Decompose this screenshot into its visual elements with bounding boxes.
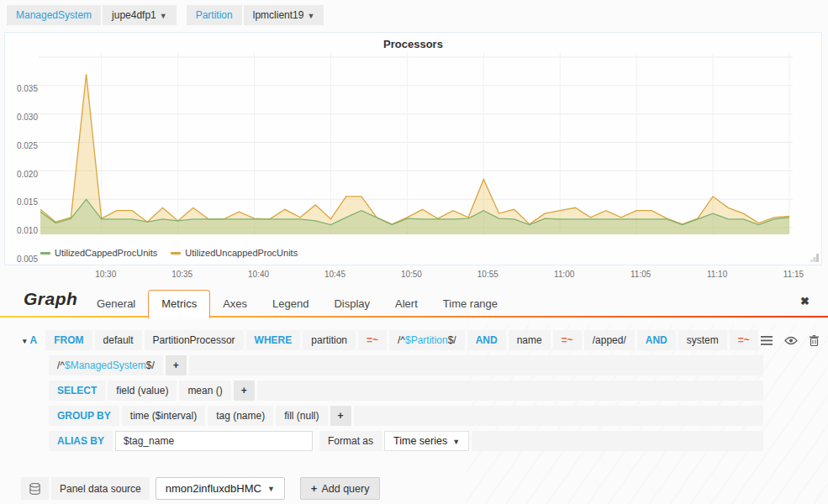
tab-alert[interactable]: Alert	[382, 291, 430, 318]
tab-underline	[0, 316, 828, 318]
query-token[interactable]: field (value)	[108, 381, 177, 401]
query-token[interactable]: partition	[303, 330, 356, 350]
query-token: WHERE	[246, 330, 301, 350]
query-token[interactable]: =~	[553, 330, 582, 350]
query-token: AND	[637, 330, 676, 350]
variable-group-partition: Partitionlpmclient19▼	[187, 5, 324, 25]
query-token: FROM	[45, 330, 92, 350]
tab-general[interactable]: General	[84, 291, 148, 318]
query-editor: ▾AFROMdefaultPartitionProcessorWHEREpart…	[21, 330, 807, 456]
x-axis-tick-label: 11:00	[546, 270, 583, 279]
chevron-down-icon: ▼	[160, 12, 167, 20]
query-collapse-toggle[interactable]: ▾A	[21, 330, 45, 350]
y-axis-tick-label: 0.010	[9, 226, 38, 235]
y-axis-tick-label: 0.030	[9, 113, 38, 122]
x-axis-tick-label: 10:40	[240, 270, 277, 279]
query-token[interactable]: tag (name)	[208, 406, 273, 426]
variable-value-dropdown[interactable]: jupe4dfp1▼	[103, 5, 177, 25]
variable-value-dropdown[interactable]: lpmclient19▼	[244, 5, 324, 25]
tab-display[interactable]: Display	[321, 291, 382, 318]
row-filler	[354, 406, 763, 426]
query-token[interactable]: PartitionProcessor	[145, 330, 244, 350]
trash-icon[interactable]	[810, 335, 819, 346]
query-row-from: ▾AFROMdefaultPartitionProcessorWHEREpart…	[21, 330, 807, 350]
y-axis-tick-label: 0.035	[9, 84, 38, 93]
variable-label: ManagedSystem	[7, 5, 101, 25]
legend-series-name: UtilizedCappedProcUnits	[55, 248, 157, 258]
tab-metrics[interactable]: Metrics	[148, 290, 210, 319]
chevron-down-icon: ▼	[267, 485, 275, 493]
query-token[interactable]: =~	[358, 330, 387, 350]
chart-legend: UtilizedCappedProcUnitsUtilizedUncappedP…	[40, 248, 298, 258]
x-axis-tick-label: 11:05	[622, 270, 659, 279]
panel-type-title: Graph	[24, 289, 77, 309]
alias-by-input[interactable]	[115, 431, 313, 451]
row-filler	[189, 355, 763, 375]
query-footer: Panel data source nmon2influxdbHMC ▼ + A…	[21, 477, 380, 500]
panel-title: Processors	[5, 38, 821, 50]
query-token[interactable]: time ($interval)	[122, 406, 205, 426]
y-axis-tick-label: 0.020	[9, 170, 38, 179]
query-token[interactable]: name	[509, 330, 551, 350]
query-token: ALIAS BY	[49, 431, 113, 451]
query-token[interactable]: fill (null)	[276, 406, 327, 426]
legend-item[interactable]: UtilizedUncappedProcUnits	[171, 248, 298, 258]
query-row-groupby: GROUP BYtime ($interval)tag (name)fill (…	[49, 406, 763, 426]
variable-label: Partition	[187, 5, 242, 25]
template-variable-bar: ManagedSystemjupe4dfp1▼Partitionlpmclien…	[7, 5, 324, 25]
x-axis-tick-label: 10:35	[164, 270, 201, 279]
tab-time-range[interactable]: Time range	[430, 291, 510, 318]
query-row-select: SELECTfield (value)mean ()+	[49, 381, 763, 401]
variable-group-managedsystem: ManagedSystemjupe4dfp1▼	[7, 5, 177, 25]
close-icon[interactable]: ✖	[800, 295, 810, 307]
datasource-select[interactable]: nmon2influxdbHMC ▼	[156, 477, 285, 500]
query-token: SELECT	[49, 381, 105, 401]
legend-series-swatch	[40, 252, 50, 255]
x-axis-tick-label: 10:45	[316, 270, 353, 279]
add-part-button[interactable]: +	[166, 355, 187, 375]
query-row-where-continuation: /^$ManagedSystem$/+	[49, 355, 763, 375]
x-axis-tick-label: 10:55	[469, 270, 506, 279]
query-token[interactable]: system	[678, 330, 727, 350]
editor-tabs: GeneralMetricsAxesLegendDisplayAlertTime…	[84, 291, 510, 318]
graph-panel: Processors 0.0350.0300.0250.0200.0150.01…	[4, 32, 822, 265]
eye-icon[interactable]	[784, 336, 798, 345]
panel-resize-grip-icon[interactable]	[810, 254, 819, 262]
add-query-label: Add query	[321, 483, 369, 495]
x-axis-tick-label: 10:50	[393, 270, 430, 279]
panel-editor-header: Graph GeneralMetricsAxesLegendDisplayAle…	[0, 284, 828, 318]
query-token[interactable]: default	[95, 330, 142, 350]
chevron-down-icon: ▼	[452, 438, 460, 446]
query-token[interactable]: mean ()	[179, 381, 230, 401]
plus-icon: +	[311, 482, 318, 495]
query-menu-icon[interactable]	[761, 336, 773, 345]
tab-axes[interactable]: Axes	[210, 291, 260, 318]
row-filler	[472, 431, 763, 451]
query-token[interactable]: /^$ManagedSystem$/	[49, 355, 163, 375]
query-token[interactable]: /^$Partition$/	[389, 330, 465, 350]
x-axis-tick-label: 11:15	[775, 270, 812, 279]
add-part-button[interactable]: +	[330, 406, 351, 426]
plot-area[interactable]	[39, 53, 793, 234]
query-token[interactable]: =~	[730, 330, 758, 350]
chevron-down-icon: ▾	[23, 337, 27, 345]
datasource-icon-cell	[21, 477, 49, 500]
legend-item[interactable]: UtilizedCappedProcUnits	[40, 248, 157, 258]
tab-legend[interactable]: Legend	[260, 291, 321, 318]
datasource-value: nmon2influxdbHMC	[166, 482, 261, 495]
chevron-down-icon: ▼	[307, 12, 314, 20]
query-token: GROUP BY	[49, 406, 119, 426]
row-filler	[257, 381, 763, 401]
time-series-chart	[39, 53, 793, 234]
query-row-alias: ALIAS BYFormat asTime series▼	[49, 431, 763, 451]
query-token[interactable]: /apped/	[584, 330, 635, 350]
datasource-label: Panel data source	[51, 477, 150, 500]
y-axis-tick-label: 0.015	[9, 197, 38, 207]
add-part-button[interactable]: +	[234, 381, 255, 401]
add-query-button[interactable]: + Add query	[300, 477, 381, 500]
x-axis-tick-label: 10:30	[87, 270, 124, 279]
query-token: AND	[467, 330, 506, 350]
grafana-editor-page: ManagedSystemjupe4dfp1▼Partitionlpmclien…	[0, 0, 828, 504]
database-icon	[29, 483, 40, 495]
format-as-select[interactable]: Time series▼	[384, 431, 469, 451]
